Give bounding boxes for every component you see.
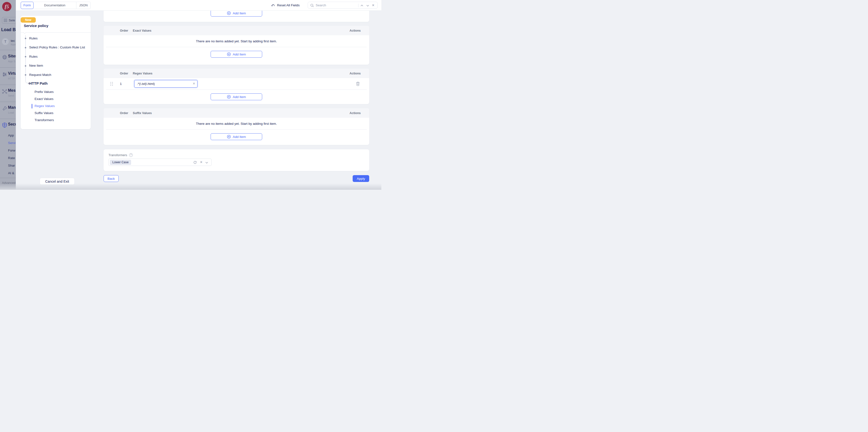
transformers-select[interactable]: Lower Case ✕ xyxy=(108,159,212,166)
add-item-label: Add Item xyxy=(233,53,246,56)
nav-item-new-item[interactable]: New Item xyxy=(29,63,43,68)
apps-grid-icon xyxy=(4,19,7,22)
tree-dot xyxy=(25,74,26,75)
sidebar-advanced[interactable]: Advanced xyxy=(2,181,16,185)
sidebar-heading: Load Ba xyxy=(1,27,16,32)
nav-child-regex-values[interactable]: Regex Values xyxy=(34,104,55,109)
active-item-bar xyxy=(32,104,32,109)
back-button[interactable]: Back xyxy=(103,175,119,182)
add-item-label: Add Item xyxy=(233,135,246,138)
refresh-icon[interactable] xyxy=(193,161,197,164)
nav-item-request-match[interactable]: Request Match xyxy=(29,72,51,78)
plus-circle-icon xyxy=(227,11,231,15)
sidebar-item-virtual-sub: HTTP xyxy=(8,77,15,80)
sidebar-subitem-shared[interactable]: Shar xyxy=(8,164,15,167)
sidebar-item-security[interactable]: Secu xyxy=(8,122,16,126)
transformers-section: Transformers ? Lower Case ✕ xyxy=(103,149,369,171)
row-order: 1 xyxy=(120,82,122,86)
column-suffix-values: Suffix Values xyxy=(133,112,152,115)
apply-button[interactable]: Apply xyxy=(353,175,369,182)
divider xyxy=(0,85,16,85)
sidebar-subitem-service-policies[interactable]: Servi xyxy=(8,141,16,145)
sidebar-subitem-app[interactable]: App xyxy=(8,133,14,137)
drag-handle-icon[interactable] xyxy=(111,82,113,86)
sidebar-item-manage[interactable]: Man xyxy=(8,105,16,110)
column-actions: Actions xyxy=(349,112,361,115)
column-regex-values: Regex Values xyxy=(133,72,153,75)
nav-item-rules[interactable]: Rules xyxy=(29,36,38,41)
drawer-topbar: Form Documentation JSON Reset All Fields xyxy=(16,0,381,11)
tree-dot xyxy=(25,56,26,57)
tenant-sub: Nam xyxy=(11,43,16,46)
table-header: Order Regex Values Actions xyxy=(103,69,369,78)
plus-circle-icon xyxy=(227,95,231,99)
chevron-up-icon[interactable] xyxy=(360,4,364,7)
clear-select-icon[interactable]: ✕ xyxy=(200,160,203,164)
service-picker-label: Sele xyxy=(9,19,15,22)
search-box: ✕ xyxy=(308,2,378,9)
reset-icon xyxy=(271,3,275,7)
nav-child-exact-values[interactable]: Exact Values xyxy=(34,97,54,101)
tab-json[interactable]: JSON xyxy=(76,2,90,9)
chevron-down-icon[interactable] xyxy=(366,4,369,7)
search-icon xyxy=(310,4,314,7)
tree-dot xyxy=(25,65,26,67)
add-item-button[interactable]: Add Item xyxy=(211,11,262,17)
prefix-values-section-tail: Add Item xyxy=(103,11,369,22)
screen: f5 Sele Load Ba T tec Nam Sites App S Vi… xyxy=(0,0,381,190)
form-drawer: Form Documentation JSON Reset All Fields xyxy=(16,0,381,190)
sidebar-item-sites-sub: App S xyxy=(8,60,15,63)
reset-all-fields-label: Reset All Fields xyxy=(277,3,300,7)
tenant-name: tec xyxy=(11,39,15,42)
sidebar-item-sites[interactable]: Sites xyxy=(8,54,16,58)
tenant-avatar: T xyxy=(2,38,9,45)
tree-elbow xyxy=(25,77,28,84)
sidebar-subitem-ai[interactable]: AI & xyxy=(8,171,14,175)
selected-transformer-tag[interactable]: Lower Case xyxy=(110,160,131,165)
sidebar-subitem-forward[interactable]: Forw xyxy=(8,149,15,152)
cancel-and-exit-button[interactable]: Cancel and Exit xyxy=(40,178,75,185)
divider xyxy=(0,119,16,119)
nav-section-http-path[interactable]: HTTP Path xyxy=(29,81,48,86)
plus-circle-icon xyxy=(227,135,231,138)
globe-icon xyxy=(2,55,7,60)
divider xyxy=(0,67,16,68)
sidebar-item-mesh[interactable]: Mes xyxy=(8,88,16,93)
nav-item-select-policy-rules[interactable]: Select Policy Rules : Custom Rule List xyxy=(29,45,85,50)
delete-row-icon[interactable] xyxy=(356,82,360,86)
form-title: Service policy xyxy=(24,24,49,28)
mesh-icon xyxy=(2,89,7,94)
f5-logo-text: f5 xyxy=(5,4,9,10)
tab-documentation[interactable]: Documentation xyxy=(33,2,76,9)
nav-child-prefix-values[interactable]: Prefix Values xyxy=(34,90,54,94)
divider xyxy=(0,50,16,50)
regex-values-section: Order Regex Values Actions 1 ✕ xyxy=(103,69,369,104)
table-header: Order Suffix Values Actions xyxy=(103,108,369,118)
regex-value-input[interactable] xyxy=(134,80,197,88)
sidebar-item-virtual[interactable]: Virtu xyxy=(8,71,16,75)
service-picker[interactable]: Sele xyxy=(2,17,16,24)
sidebar-item-manage-sub: Load xyxy=(8,111,14,114)
tab-form[interactable]: Form xyxy=(21,2,34,9)
transformers-label: Transformers xyxy=(108,153,127,157)
sidebar-subitem-rate[interactable]: Rate xyxy=(8,156,15,160)
search-divider xyxy=(358,4,359,7)
column-order: Order xyxy=(120,112,128,115)
sidebar-item-mesh-sub: Servi xyxy=(8,94,14,97)
nav-child-transformers[interactable]: Transformers xyxy=(34,118,54,123)
nav-child-suffix-values[interactable]: Suffix Values xyxy=(34,111,54,116)
add-item-button[interactable]: Add Item xyxy=(211,93,262,100)
select-chevron-down-icon[interactable] xyxy=(205,161,209,164)
sliders-icon xyxy=(2,72,7,77)
nav-item-rules-2[interactable]: Rules xyxy=(29,54,38,59)
column-exact-values: Exact Values xyxy=(133,29,151,32)
help-icon[interactable]: ? xyxy=(129,153,133,157)
column-order: Order xyxy=(120,72,128,75)
clear-input-icon[interactable]: ✕ xyxy=(193,82,195,85)
tree-dot xyxy=(25,47,26,49)
add-item-button[interactable]: Add Item xyxy=(211,133,262,140)
search-input[interactable] xyxy=(316,2,356,8)
search-close-icon[interactable]: ✕ xyxy=(372,3,375,7)
add-item-button[interactable]: Add Item xyxy=(211,51,262,58)
reset-all-fields-button[interactable]: Reset All Fields xyxy=(271,3,300,7)
